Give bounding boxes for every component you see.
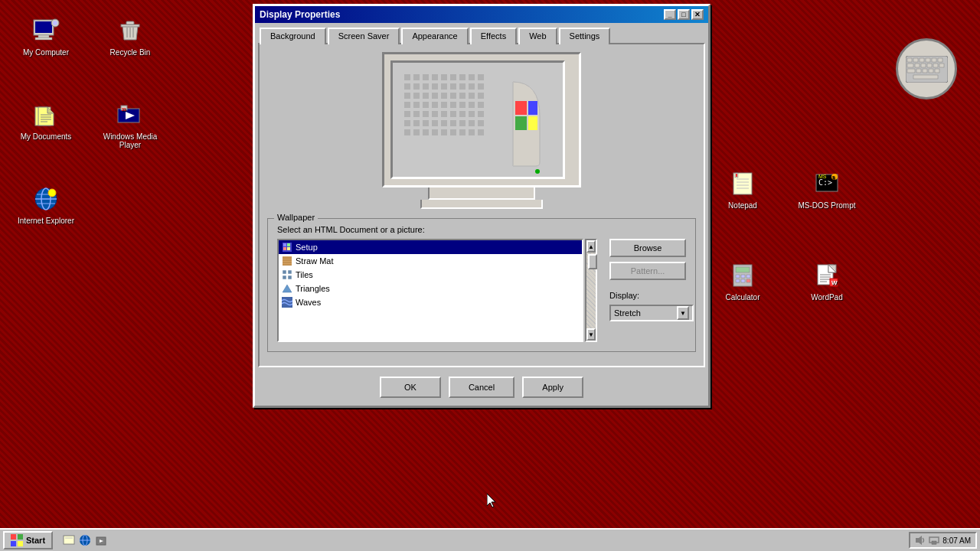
svg-rect-78 xyxy=(283,243,286,246)
monitor-body xyxy=(382,52,581,187)
svg-rect-58 xyxy=(926,58,930,62)
tab-background[interactable]: Background xyxy=(260,28,326,44)
list-item-strawmat[interactable]: Straw Mat xyxy=(279,254,582,268)
desktop: My Computer Recycle Bin xyxy=(0,0,980,551)
svg-rect-72 xyxy=(913,75,938,79)
tab-web[interactable]: Web xyxy=(518,28,557,44)
my-computer-icon[interactable]: My Computer xyxy=(15,15,77,57)
svg-rect-87 xyxy=(283,270,286,274)
ie-label: Internet Explorer xyxy=(18,217,74,225)
notepad-label: Notepad xyxy=(728,201,757,210)
my-computer-label: My Computer xyxy=(23,48,69,57)
svg-text:21: 21 xyxy=(122,107,126,112)
scroll-thumb[interactable] xyxy=(588,254,597,269)
svg-rect-59 xyxy=(932,58,936,62)
svg-rect-67 xyxy=(907,69,915,73)
display-properties-dialog: Display Properties _ □ ✕ Background Scre… xyxy=(253,4,710,408)
pattern-button[interactable]: Pattern... xyxy=(609,262,686,280)
taskbar-items xyxy=(57,533,909,547)
internet-explorer-icon[interactable]: Internet Explorer xyxy=(15,184,77,225)
wallpaper-group: Wallpaper Select an HTML Document or a p… xyxy=(267,218,696,352)
media-player-label: Windows Media Player xyxy=(100,132,161,149)
svg-rect-68 xyxy=(916,69,921,73)
my-documents-icon[interactable]: My Documents xyxy=(15,99,77,141)
svg-rect-89 xyxy=(283,276,286,279)
list-item-triangles[interactable]: Triangles xyxy=(279,282,582,295)
tab-appearance[interactable]: Appearance xyxy=(401,28,468,44)
taskbar-icon3 xyxy=(94,533,108,547)
svg-rect-1 xyxy=(35,21,52,33)
svg-rect-88 xyxy=(288,270,292,274)
svg-point-25 xyxy=(48,189,56,197)
keyboard-icon xyxy=(896,38,957,99)
wordpad-label: WordPad xyxy=(811,293,843,302)
svg-rect-69 xyxy=(923,69,927,73)
svg-rect-3 xyxy=(35,37,52,40)
listbox-scrollbar[interactable]: ▲ ▼ xyxy=(585,239,597,342)
monitor-preview xyxy=(267,52,696,209)
recycle-bin-label: Recycle Bin xyxy=(110,48,151,57)
tab-effects[interactable]: Effects xyxy=(470,28,517,44)
list-item-icon-waves xyxy=(282,297,292,308)
start-button[interactable]: Start xyxy=(3,531,53,549)
list-area: Setup Straw Mat xyxy=(277,239,686,342)
scroll-down-button[interactable]: ▼ xyxy=(586,328,596,341)
taskbar: Start xyxy=(0,528,980,551)
list-item-icon-tiles xyxy=(282,269,292,280)
list-item-icon-strawmat xyxy=(282,256,292,266)
svg-rect-64 xyxy=(927,64,932,67)
wallpaper-listbox[interactable]: Setup Straw Mat xyxy=(277,239,583,342)
svg-rect-57 xyxy=(920,58,924,62)
svg-rect-43 xyxy=(736,279,740,282)
recycle-bin-icon[interactable]: Recycle Bin xyxy=(100,15,161,57)
system-time: 8:07 AM xyxy=(942,536,971,545)
dialog-title: Display Properties xyxy=(260,9,340,20)
calculator-icon[interactable]: Calculator xyxy=(712,260,773,302)
apply-button[interactable]: Apply xyxy=(522,377,583,398)
ok-button[interactable]: OK xyxy=(380,377,441,398)
list-item-label-waves: Waves xyxy=(296,298,321,307)
svg-text:MS: MS xyxy=(818,174,827,179)
svg-point-5 xyxy=(53,21,57,25)
list-item-tiles[interactable]: Tiles xyxy=(279,268,582,282)
display-dropdown[interactable]: Stretch ▼ xyxy=(609,305,694,321)
notepad-icon[interactable]: Notepad xyxy=(712,168,773,210)
tab-settings[interactable]: Settings xyxy=(559,28,611,44)
msdos-icon[interactable]: C:> MS $ MS-DOS Prompt xyxy=(796,168,858,210)
start-label: Start xyxy=(26,536,45,545)
tab-screen-saver[interactable]: Screen Saver xyxy=(328,28,400,44)
svg-rect-96 xyxy=(18,541,23,546)
display-row: Display: xyxy=(609,291,686,300)
msdos-label: MS-DOS Prompt xyxy=(798,201,855,210)
list-item-label-setup: Setup xyxy=(296,243,318,252)
monitor xyxy=(382,52,581,209)
title-bar: Display Properties _ □ ✕ xyxy=(255,6,708,23)
svg-rect-75 xyxy=(515,116,527,130)
list-item-waves[interactable]: Waves xyxy=(279,295,582,309)
list-item-label-triangles: Triangles xyxy=(296,284,330,293)
svg-rect-7 xyxy=(126,21,134,24)
cursor xyxy=(487,494,498,510)
browse-button[interactable]: Browse xyxy=(609,239,686,257)
calculator-label: Calculator xyxy=(725,293,760,302)
svg-rect-66 xyxy=(939,64,944,67)
svg-rect-70 xyxy=(929,69,933,73)
minimize-button[interactable]: _ xyxy=(664,9,676,20)
close-button[interactable]: ✕ xyxy=(691,9,704,20)
svg-rect-74 xyxy=(528,101,537,115)
media-player-icon[interactable]: 21 Windows Media Player xyxy=(100,99,161,149)
select-label: Select an HTML Document or a picture: xyxy=(277,225,686,234)
svg-rect-55 xyxy=(907,58,912,62)
list-item-setup[interactable]: Setup xyxy=(279,240,582,254)
scroll-up-button[interactable]: ▲ xyxy=(586,240,596,253)
maximize-button[interactable]: □ xyxy=(678,9,690,20)
svg-rect-60 xyxy=(938,58,942,62)
svg-rect-44 xyxy=(741,279,745,282)
svg-rect-56 xyxy=(913,58,918,62)
wordpad-icon[interactable]: W WordPad xyxy=(796,260,858,302)
svg-rect-45 xyxy=(746,279,750,282)
tab-bar: Background Screen Saver Appearance Effec… xyxy=(260,26,704,43)
cancel-button[interactable]: Cancel xyxy=(449,377,514,398)
svg-rect-42 xyxy=(746,275,750,278)
svg-rect-65 xyxy=(933,64,938,67)
